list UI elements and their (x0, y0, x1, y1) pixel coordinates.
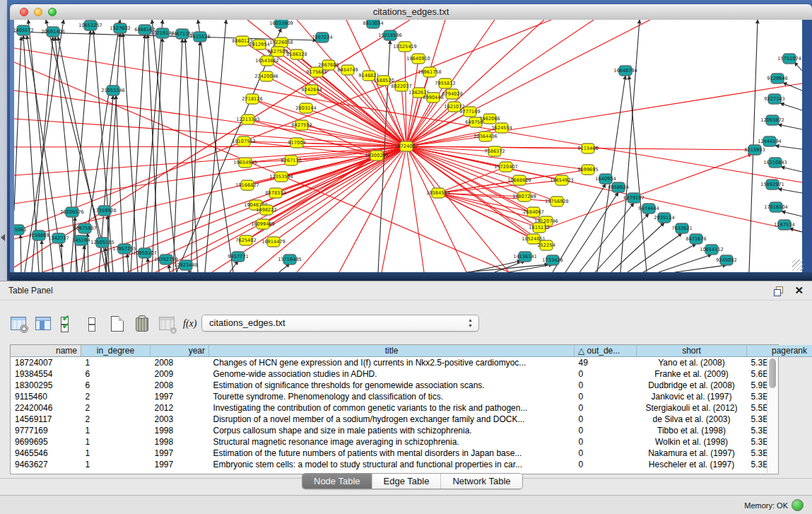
table-row[interactable]: 2242004622012Investigating the contribut… (11, 402, 812, 414)
graph-node[interactable]: 30975887 (73, 223, 97, 233)
graph-node[interactable]: 9827508 (267, 47, 288, 57)
graph-node[interactable]: 10653257 (78, 21, 102, 30)
graph-node[interactable]: 17359928 (93, 206, 117, 216)
graph-node[interactable]: 14136141 (513, 252, 537, 262)
table-cell: Hescheler et al. (1997) (637, 459, 747, 470)
graph-node[interactable]: 8454749 (337, 65, 358, 75)
graph-node[interactable]: 9227343 (764, 94, 784, 104)
column-header-title[interactable]: title (209, 345, 575, 357)
table-cell: 9777169 (11, 425, 81, 436)
table-header-row[interactable]: namein_degreeyeartitle△ out_de...shortpa… (11, 345, 812, 357)
graph-node[interactable]: 1167534 (774, 220, 794, 230)
graph-node[interactable]: 15751074 (777, 54, 801, 64)
node-table[interactable]: namein_degreeyeartitle△ out_de...shortpa… (10, 344, 779, 474)
graph-node[interactable]: 1733426 (542, 255, 563, 265)
table-row[interactable]: 911546021997Tourette syndrome. Phenomeno… (11, 391, 812, 402)
splitpane-collapse-icon[interactable] (1, 234, 5, 241)
graph-node[interactable]: 1156869 (28, 230, 49, 240)
table-row[interactable]: 1456911722003Disruption of a novel membe… (11, 414, 812, 425)
graph-node[interactable]: 16033809 (269, 20, 293, 28)
tab-node-table[interactable]: Node Table (302, 474, 372, 489)
graph-node[interactable]: 10654112 (700, 245, 724, 255)
close-panel-icon[interactable]: ✕ (794, 284, 804, 297)
resize-grip-icon[interactable] (792, 259, 804, 271)
graph-node[interactable]: 22420046 (254, 71, 278, 81)
graph-node[interactable]: 8215953 (744, 145, 765, 155)
graph-node[interactable]: 17016504 (764, 202, 788, 212)
column-header-out_de[interactable]: △ out_de... (575, 345, 637, 357)
graph-node[interactable]: 8471676 (686, 234, 706, 244)
graph-node[interactable]: 9129946 (767, 74, 787, 83)
tab-network-table[interactable]: Network Table (441, 474, 522, 489)
graph-node[interactable]: 3624554 (491, 123, 512, 133)
function-builder-icon[interactable]: f(x) (183, 315, 200, 332)
table-row[interactable]: 969969511998Structural magnetic resonanc… (11, 436, 812, 448)
column-header-year[interactable]: year (151, 345, 209, 357)
new-file-icon[interactable] (109, 315, 126, 332)
graph-node[interactable]: 1527602 (110, 23, 130, 33)
column-header-name[interactable]: name (11, 345, 81, 357)
column-header-in_degree[interactable]: in_degree (81, 345, 151, 357)
graph-node[interactable]: 16914479 (261, 237, 286, 247)
column-header-pagerank[interactable]: pagerank (747, 345, 812, 357)
network-window[interactable]: citations_edges.txt 24055722069140610653… (10, 4, 812, 281)
graph-node[interactable]: 16543862 (255, 56, 279, 66)
rows-icon[interactable] (84, 315, 101, 332)
table-select-dropdown[interactable]: citations_edges.txt ▲▼ (201, 315, 479, 332)
graph-node[interactable]: 8878334 (265, 188, 286, 198)
graph-node[interactable]: 1640954 (595, 174, 616, 184)
network-graph-canvas[interactable]: 2405572206914061065325715276026466160107… (14, 20, 802, 272)
select-columns-icon[interactable]: ✔✔ (59, 315, 76, 332)
graph-node[interactable]: 2935114 (654, 213, 674, 223)
graph-node[interactable]: 735061 (14, 225, 27, 235)
graph-node[interactable]: 19654923 (550, 175, 574, 185)
show-columns-icon[interactable] (35, 315, 52, 332)
table-settings-icon[interactable] (10, 315, 27, 332)
table-body[interactable]: 1872400712008Changes of HCN gene express… (11, 357, 812, 471)
graph-node[interactable]: 9242844 (301, 85, 322, 95)
graph-node[interactable]: 12093872 (760, 115, 784, 125)
graph-node[interactable]: 8186328 (286, 49, 307, 59)
graph-edge (169, 264, 170, 272)
table-row[interactable]: 946554611997Estimation of the future num… (11, 448, 812, 459)
graph-node[interactable]: 16099469 (251, 219, 275, 229)
graph-node[interactable]: 20206576 (60, 207, 84, 217)
graph-node[interactable]: 145194 (72, 235, 90, 245)
graph-node[interactable]: 7625402 (235, 235, 256, 245)
graph-node[interactable]: 12444194 (758, 136, 782, 146)
graph-node[interactable]: 15892971 (760, 180, 784, 189)
table-row[interactable]: 977716911998Corpus callosum shape and si… (11, 425, 812, 436)
graph-node[interactable]: 21053346 (101, 86, 125, 95)
graph-node[interactable]: 15716485 (278, 255, 302, 264)
memory-ok-icon[interactable] (792, 499, 804, 511)
graph-node[interactable]: 252254 (537, 240, 555, 250)
graph-node[interactable]: 2405572 (14, 25, 34, 35)
graph-node[interactable]: 9245052 (716, 255, 736, 265)
graph-node[interactable]: 19218586 (378, 30, 402, 40)
graph-node[interactable]: 7632621 (671, 223, 692, 233)
column-header-short[interactable]: short (637, 345, 747, 357)
table-row[interactable]: 1938455462009Genome-wide association stu… (11, 368, 812, 380)
graph-node[interactable]: 8427552 (291, 120, 312, 130)
delete-table-icon[interactable]: x (158, 315, 175, 332)
graph-node[interactable]: 16210643 (763, 158, 787, 168)
scrollbar-thumb[interactable] (769, 358, 776, 388)
float-panel-icon[interactable] (774, 286, 784, 296)
graph-node[interactable]: 2803144 (295, 103, 316, 113)
delete-icon[interactable] (134, 315, 151, 332)
table-row[interactable]: 1872400712008Changes of HCN gene express… (11, 357, 812, 369)
graph-node[interactable]: 18325419 (393, 42, 417, 52)
table-row[interactable]: 1830029562008Estimation of significance … (11, 380, 812, 391)
graph-node[interactable]: 16961758 (418, 67, 442, 77)
network-window-titlebar[interactable]: citations_edges.txt (10, 4, 812, 21)
graph-node[interactable]: 917004 (288, 138, 305, 148)
graph-node[interactable]: 16648794 (613, 66, 637, 76)
graph-node[interactable]: 9699695 (577, 165, 598, 175)
table-row[interactable]: 946362711997Embryonic stem cells: a mode… (11, 459, 812, 470)
tab-edge-table[interactable]: Edge Table (372, 474, 442, 489)
table-vertical-scrollbar[interactable] (767, 357, 778, 473)
graph-node[interactable]: 19756928 (545, 197, 569, 206)
graph-node[interactable]: 18640910 (406, 54, 430, 64)
graph-node[interactable]: 8813054 (363, 20, 383, 28)
graph-node[interactable]: 12353594 (269, 172, 293, 182)
